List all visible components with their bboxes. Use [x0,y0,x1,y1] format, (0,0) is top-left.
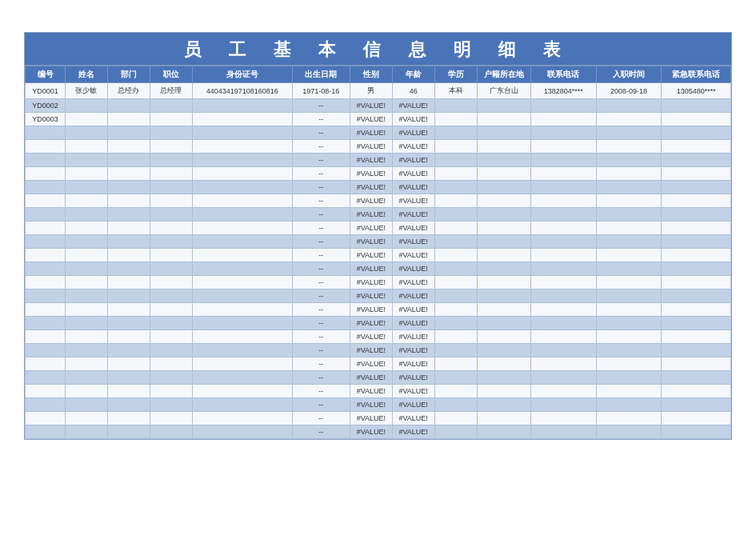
cell-etel [662,330,731,344]
cell-sex: #VALUE! [350,357,392,371]
cell-pos [150,154,192,167]
cell-loc [477,398,530,412]
cell-pos [150,140,192,154]
cell-name [66,126,108,140]
cell-loc [477,126,530,140]
table-row: --#VALUE!#VALUE! [26,303,731,317]
cell-sex: #VALUE! [350,303,392,317]
cell-hire [596,140,662,154]
cell-idno [192,412,292,425]
cell-sex: #VALUE! [350,371,392,385]
cell-hire [596,303,662,317]
cell-idno [192,208,292,222]
cell-id: YD0002 [26,99,66,113]
cell-sex: #VALUE! [350,126,392,140]
cell-edu [434,330,477,344]
cell-dept [107,140,150,154]
cell-etel [662,249,731,262]
cell-hire [596,249,662,262]
cell-sex: #VALUE! [350,289,392,303]
cell-edu [434,262,477,276]
cell-pos [150,317,192,330]
cell-edu [434,235,477,249]
cell-sex: #VALUE! [350,113,392,126]
table-row: --#VALUE!#VALUE! [26,425,731,439]
cell-hire [596,126,662,140]
cell-dept [107,425,150,439]
cell-etel [662,425,731,439]
cell-name [66,194,108,208]
cell-id [26,194,66,208]
cell-bday: -- [292,317,350,330]
cell-name [66,357,108,371]
cell-id [26,385,66,398]
col-header-dept: 部门 [107,66,150,83]
table-row: --#VALUE!#VALUE! [26,181,731,194]
cell-name [66,330,108,344]
cell-pos [150,412,192,425]
cell-tel [530,167,596,181]
cell-tel [530,303,596,317]
table-row: --#VALUE!#VALUE! [26,371,731,385]
cell-edu [434,222,477,235]
cell-tel [530,194,596,208]
cell-age: #VALUE! [392,262,434,276]
cell-hire [596,425,662,439]
cell-loc: 广东台山 [477,83,530,99]
cell-id [26,303,66,317]
table-row: --#VALUE!#VALUE! [26,412,731,425]
cell-dept [107,262,150,276]
cell-etel [662,289,731,303]
cell-edu [434,208,477,222]
cell-name [66,113,108,126]
cell-bday: -- [292,235,350,249]
cell-idno [192,235,292,249]
cell-idno [192,398,292,412]
cell-id [26,249,66,262]
cell-pos [150,222,192,235]
cell-dept [107,222,150,235]
col-header-sex: 性别 [350,66,392,83]
cell-name [66,276,108,289]
cell-idno [192,181,292,194]
cell-loc [477,194,530,208]
cell-edu [434,167,477,181]
cell-dept [107,113,150,126]
table-row: --#VALUE!#VALUE! [26,235,731,249]
cell-bday: -- [292,425,350,439]
cell-loc [477,385,530,398]
cell-edu [434,126,477,140]
col-header-etel: 紧急联系电话 [662,66,731,83]
cell-name: 张少敏 [66,83,108,99]
cell-name [66,181,108,194]
cell-edu [434,276,477,289]
cell-dept [107,249,150,262]
cell-dept [107,235,150,249]
cell-tel [530,276,596,289]
cell-bday: -- [292,167,350,181]
cell-sex: #VALUE! [350,235,392,249]
cell-etel [662,181,731,194]
cell-id [26,262,66,276]
cell-loc [477,113,530,126]
cell-hire [596,181,662,194]
table-row: --#VALUE!#VALUE! [26,385,731,398]
cell-hire [596,276,662,289]
cell-etel [662,357,731,371]
table-row: --#VALUE!#VALUE! [26,140,731,154]
cell-id [26,222,66,235]
col-header-edu: 学历 [434,66,477,83]
cell-id [26,371,66,385]
cell-pos [150,113,192,126]
cell-age: #VALUE! [392,167,434,181]
col-header-loc: 户籍所在地 [477,66,530,83]
cell-id [26,154,66,167]
cell-sex: #VALUE! [350,167,392,181]
cell-loc [477,412,530,425]
col-header-pos: 职位 [150,66,192,83]
cell-bday: -- [292,208,350,222]
cell-bday: -- [292,126,350,140]
table-row: --#VALUE!#VALUE! [26,289,731,303]
col-header-bday: 出生日期 [292,66,350,83]
cell-edu [434,371,477,385]
